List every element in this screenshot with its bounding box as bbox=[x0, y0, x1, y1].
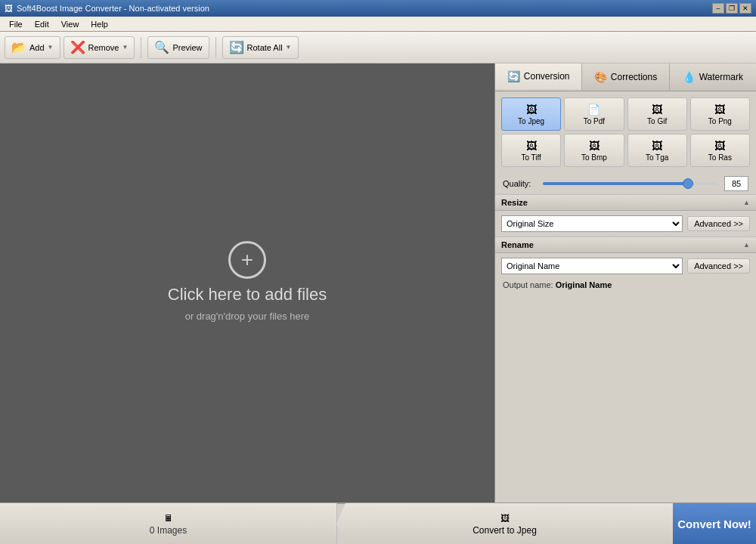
conversion-tab-label: Conversion bbox=[524, 71, 570, 82]
rename-dropdown-row: Original Name Advanced >> bbox=[495, 253, 756, 279]
pdf-label: To Pdf bbox=[584, 117, 605, 125]
toolbar-separator-1 bbox=[141, 37, 141, 58]
output-name-row: Output name: Original Name bbox=[495, 279, 756, 294]
rotate-icon: 🔄 bbox=[229, 40, 244, 54]
convert-now-button[interactable]: Convert Now! bbox=[673, 503, 756, 544]
pdf-icon: 📄 bbox=[587, 104, 600, 116]
conversion-tab-icon: 🔄 bbox=[507, 70, 520, 82]
rename-scroll[interactable]: ▲ bbox=[743, 241, 750, 249]
corrections-tab-label: Corrections bbox=[611, 72, 657, 82]
images-count-label: 0 Images bbox=[150, 525, 187, 536]
ras-icon: 🖼 bbox=[714, 140, 725, 152]
preview-icon: 🔍 bbox=[154, 40, 169, 54]
convert-to-label[interactable]: 🖼 Convert to Jpeg bbox=[336, 503, 673, 544]
rename-advanced-button[interactable]: Advanced >> bbox=[687, 258, 750, 274]
images-button[interactable]: 🖩 0 Images bbox=[0, 503, 337, 544]
images-icon: 🖩 bbox=[164, 513, 173, 524]
minimize-button[interactable]: – bbox=[712, 3, 724, 14]
add-button[interactable]: 📂 Add ▼ bbox=[5, 36, 60, 59]
main-layout: + Click here to add files or drag'n'drop… bbox=[0, 63, 756, 544]
format-pdf[interactable]: 📄 To Pdf bbox=[564, 97, 624, 131]
left-panel: + Click here to add files or drag'n'drop… bbox=[0, 63, 495, 544]
quality-value: 85 bbox=[724, 176, 748, 191]
title-bar: 🖼 Soft4Boost Image Converter - Non-activ… bbox=[0, 0, 756, 17]
tab-corrections[interactable]: 🎨 Corrections bbox=[582, 63, 669, 91]
rotate-label: Rotate All bbox=[247, 43, 283, 52]
preview-button[interactable]: 🔍 Preview bbox=[147, 36, 209, 59]
jpeg-icon: 🖼 bbox=[526, 104, 537, 116]
remove-dropdown-arrow: ▼ bbox=[122, 44, 128, 51]
rotate-dropdown-arrow: ▼ bbox=[286, 44, 292, 51]
remove-icon: ❌ bbox=[70, 40, 85, 54]
watermark-tab-icon: 💧 bbox=[683, 71, 696, 83]
resize-section-header: Resize ▲ bbox=[495, 194, 756, 211]
format-grid: 🖼 To Jpeg 📄 To Pdf 🖼 To Gif 🖼 To Png 🖼 T… bbox=[495, 91, 756, 173]
menu-file[interactable]: File bbox=[3, 18, 29, 30]
bmp-label: To Bmp bbox=[581, 153, 607, 162]
format-tga[interactable]: 🖼 To Tga bbox=[627, 134, 687, 167]
quality-row: Quality: 85 bbox=[495, 173, 756, 194]
add-icon: 📂 bbox=[11, 40, 26, 54]
add-label: Add bbox=[29, 43, 45, 52]
bmp-icon: 🖼 bbox=[589, 140, 600, 152]
format-ras[interactable]: 🖼 To Ras bbox=[690, 134, 750, 167]
quality-label: Quality: bbox=[503, 179, 537, 188]
title-bar-left: 🖼 Soft4Boost Image Converter - Non-activ… bbox=[5, 4, 209, 13]
quality-slider[interactable] bbox=[543, 182, 718, 185]
tiff-icon: 🖼 bbox=[526, 140, 537, 152]
corrections-tab-icon: 🎨 bbox=[594, 71, 607, 83]
gif-icon: 🖼 bbox=[652, 104, 662, 116]
menu-bar: File Edit View Help bbox=[0, 17, 756, 32]
bottom-action-bar: 🖩 0 Images 🖼 Convert to Jpeg Convert Now… bbox=[0, 502, 756, 544]
ras-label: To Ras bbox=[708, 153, 732, 162]
tab-conversion[interactable]: 🔄 Conversion bbox=[495, 63, 582, 91]
drop-area[interactable]: + Click here to add files or drag'n'drop… bbox=[0, 63, 494, 499]
window-title: Soft4Boost Image Converter - Non-activat… bbox=[17, 4, 209, 13]
toolbar: 📂 Add ▼ ❌ Remove ▼ 🔍 Preview 🔄 Rotate Al… bbox=[0, 32, 756, 63]
convert-icon: 🖼 bbox=[500, 513, 510, 524]
remove-button[interactable]: ❌ Remove ▼ bbox=[64, 36, 135, 59]
watermark-tab-label: Watermark bbox=[699, 72, 743, 82]
jpeg-label: To Jpeg bbox=[518, 117, 544, 125]
format-jpeg[interactable]: 🖼 To Jpeg bbox=[501, 97, 561, 131]
remove-label: Remove bbox=[88, 43, 119, 52]
resize-advanced-button[interactable]: Advanced >> bbox=[687, 216, 750, 231]
restore-button[interactable]: ❐ bbox=[726, 3, 738, 14]
add-dropdown-arrow: ▼ bbox=[48, 44, 54, 51]
format-gif[interactable]: 🖼 To Gif bbox=[627, 97, 687, 131]
close-button[interactable]: ✕ bbox=[739, 3, 751, 14]
drop-sub-text: or drag'n'drop your files here bbox=[185, 311, 310, 322]
rename-section-header: Rename ▲ bbox=[495, 236, 756, 253]
app-icon: 🖼 bbox=[5, 4, 13, 13]
title-bar-controls: – ❐ ✕ bbox=[712, 3, 751, 14]
rotate-button[interactable]: 🔄 Rotate All ▼ bbox=[222, 36, 299, 59]
tabs: 🔄 Conversion 🎨 Corrections 💧 Watermark bbox=[495, 63, 756, 91]
format-bmp[interactable]: 🖼 To Bmp bbox=[564, 134, 624, 167]
tga-icon: 🖼 bbox=[652, 140, 662, 152]
convert-format-label: Convert to Jpeg bbox=[472, 525, 537, 536]
preview-label: Preview bbox=[172, 43, 202, 52]
add-circle-icon: + bbox=[228, 241, 266, 279]
tga-label: To Tga bbox=[646, 153, 668, 162]
drop-main-text: Click here to add files bbox=[168, 285, 327, 304]
format-png[interactable]: 🖼 To Png bbox=[690, 97, 750, 131]
png-label: To Png bbox=[708, 117, 732, 125]
resize-label: Resize bbox=[501, 198, 528, 207]
menu-view[interactable]: View bbox=[55, 18, 85, 30]
format-tiff[interactable]: 🖼 To Tiff bbox=[501, 134, 561, 167]
toolbar-separator-2 bbox=[215, 37, 216, 58]
menu-help[interactable]: Help bbox=[85, 18, 114, 30]
resize-select[interactable]: Original Size bbox=[501, 215, 683, 232]
resize-dropdown-row: Original Size Advanced >> bbox=[495, 211, 756, 236]
tab-watermark[interactable]: 💧 Watermark bbox=[670, 63, 756, 91]
tiff-label: To Tiff bbox=[521, 153, 541, 162]
resize-scroll[interactable]: ▲ bbox=[743, 199, 750, 206]
right-panel: 🔄 Conversion 🎨 Corrections 💧 Watermark 🖼… bbox=[495, 63, 756, 544]
menu-edit[interactable]: Edit bbox=[29, 18, 55, 30]
rename-select[interactable]: Original Name bbox=[501, 258, 683, 274]
output-prefix: Output name: bbox=[503, 280, 553, 289]
output-value: Original Name bbox=[556, 280, 612, 289]
gif-label: To Gif bbox=[647, 117, 667, 125]
png-icon: 🖼 bbox=[714, 104, 725, 116]
rename-label: Rename bbox=[501, 240, 534, 249]
